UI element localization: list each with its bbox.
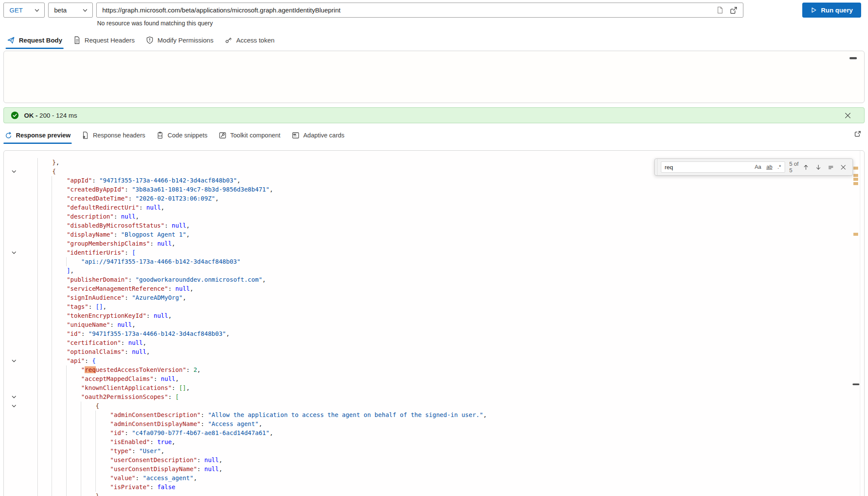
code-line: "createdByAppId": "3b8a3a61-1081-49c7-8b… [4,185,864,194]
adaptive-cards-icon [292,131,300,139]
whole-word-icon[interactable]: ab [764,164,774,170]
code-line: "tokenEncryptionKeyId": null, [4,311,864,320]
tab-request-body[interactable]: Request Body [6,33,64,49]
url-field-container [96,3,743,18]
request-tabs: Request Body Request Headers Modify Perm… [6,33,276,49]
response-preview-editor[interactable]: }, { "appId": "9471f355-173a-4466-b142-3… [3,150,865,496]
code-line: "identifierUris": [ [4,248,864,257]
share-icon[interactable] [729,6,738,15]
find-input[interactable] [661,164,753,170]
tab-adaptive-cards[interactable]: Adaptive cards [290,129,346,144]
gutter [4,302,23,311]
tab-response-headers[interactable]: Response headers [80,129,147,144]
code-line: "knownClientApplications": [], [4,383,864,393]
find-results-count: 5 of 5 [789,161,803,173]
status-detail: 200 - 124 ms [40,112,77,119]
code-line: "acceptMappedClaims": null, [4,374,864,383]
key-icon [224,36,232,44]
fold-icon[interactable] [4,248,23,257]
code-line: "groupMembershipClaims": null, [4,239,864,248]
status-text: OK - 200 - 124 ms [24,112,77,119]
copy-icon[interactable] [716,6,723,14]
version-dropdown[interactable]: beta [48,3,93,18]
gutter [4,456,23,465]
run-query-label: Run query [821,6,853,14]
gutter [4,293,23,302]
tab-toolkit-component[interactable]: Toolkit component [217,129,282,144]
code-line: "tags": [], [4,302,864,311]
expand-icon[interactable] [853,130,862,138]
play-icon [810,7,817,13]
tab-response-preview[interactable]: Response preview [3,129,72,144]
code-line: "isEnabled": true, [4,438,864,447]
tab-modify-permissions[interactable]: Modify Permissions [144,33,215,49]
code-line: "value": "access_agent", [4,474,864,483]
tab-access-token[interactable]: Access token [223,33,276,49]
gutter [4,230,23,239]
code-line: "isPrivate": false [4,483,864,492]
search-match-marker [853,178,858,181]
shield-icon [146,36,154,44]
search-match-marker [853,174,858,177]
gutter [4,374,23,383]
document-icon [73,36,81,44]
gutter [4,158,23,167]
fold-icon[interactable] [4,402,23,411]
code-line: "id": "9471f355-173a-4466-b142-3d4acf848… [4,329,864,338]
query-hint-text: No resource was found matching this quer… [97,20,213,27]
gutter [4,474,23,483]
run-query-button[interactable]: Run query [802,3,861,18]
gutter [4,239,23,248]
chevron-down-icon [34,7,40,13]
find-close-icon[interactable] [840,164,847,170]
scrollbar-thumb[interactable] [850,57,857,59]
arrow-up-icon[interactable] [803,164,809,170]
gutter [4,465,23,474]
url-input[interactable] [97,6,716,14]
code-line: "displayName": "Blogpost Agent 1", [4,230,864,239]
scrollbar-thumb[interactable] [853,383,859,385]
code-line: "type": "User", [4,447,864,456]
method-dropdown[interactable]: GET [3,3,45,18]
match-case-icon[interactable]: Aa [753,164,763,170]
fold-icon[interactable] [4,393,23,402]
code-line: "signInAudience": "AzureADMyOrg", [4,293,864,302]
code-line: "certification": null, [4,338,864,347]
fold-icon[interactable] [4,356,23,365]
gutter [4,176,23,185]
gutter [4,420,23,429]
regex-icon[interactable]: .* [776,164,782,170]
code-line: "optionalClaims": null, [4,347,864,356]
graph-explorer-page: GET beta Run query No resource was found… [0,0,868,496]
gutter [4,338,23,347]
find-replace-toggle[interactable] [655,159,657,175]
gutter [4,447,23,456]
fold-icon[interactable] [4,167,23,176]
gutter [4,429,23,438]
tab-code-snippets[interactable]: Code snippets [155,129,209,144]
code-snippets-icon [156,131,164,139]
version-value: beta [54,6,67,14]
code-line: "adminConsentDisplayName": "Access agent… [4,420,864,429]
response-tabs: Response preview Response headers Code s… [3,129,346,144]
tab-label: Request Body [19,37,62,44]
request-body-editor[interactable] [3,51,865,103]
gutter [4,438,23,447]
tab-request-headers[interactable]: Request Headers [72,33,136,49]
code-line: "publisherDomain": "goodworkarounddev.on… [4,275,864,284]
find-in-selection-icon[interactable] [828,164,834,170]
method-value: GET [9,6,23,14]
close-icon[interactable] [844,112,851,119]
find-widget: Aa ab .* 5 of 5 [654,158,853,176]
code-line: "appId": "9471f355-173a-4466-b142-3d4acf… [4,176,864,185]
code-line: "serviceManagementReference": null, [4,284,864,293]
arrow-down-icon[interactable] [815,164,822,170]
code-line: "adminConsentDescription": "Allow the ap… [4,411,864,420]
search-match-marker [853,167,858,170]
toolkit-icon [219,131,226,139]
gutter [4,185,23,194]
code-line: "createdDateTime": "2026-02-01T23:06:09Z… [4,194,864,203]
search-match-marker [853,182,858,185]
chevron-down-icon [82,7,88,13]
tab-label: Toolkit component [230,132,281,139]
